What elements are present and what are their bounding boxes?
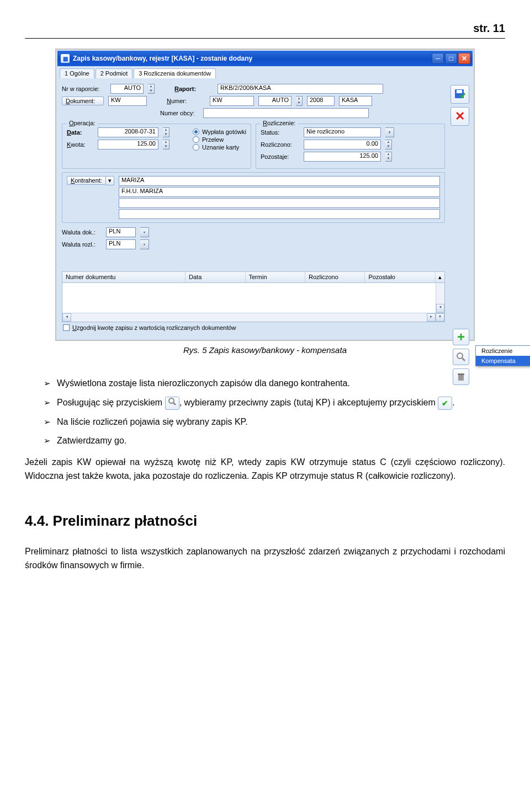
window-title: Zapis kasowy/bankowy, rejestr [KASA] - z…	[73, 55, 252, 62]
data-field[interactable]: 2008-07-31	[98, 127, 158, 137]
cancel-icon-button[interactable]: ✕	[451, 107, 469, 126]
numer-label: Numer:	[167, 98, 205, 104]
status-select[interactable]: Nie rozliczono	[304, 127, 381, 137]
kwota-label: Kwota:	[67, 141, 93, 148]
rozliczenie-group: Rozliczenie: Status: Nie rozliczono▼ Roz…	[256, 124, 445, 169]
numer-seg3[interactable]: 2008	[307, 96, 335, 106]
radio-przelew[interactable]: Przelew	[193, 136, 246, 143]
kontrahent-line2[interactable]: F.H.U. MARIZA	[119, 187, 440, 197]
rozliczono-label: Rozliczono:	[261, 141, 299, 148]
magnifier-icon	[456, 352, 466, 362]
titlebar: ▦ Zapis kasowy/bankowy, rejestr [KASA] -…	[57, 51, 473, 66]
spinner-icon[interactable]: ▲▼	[385, 140, 392, 149]
th-pozostalo[interactable]: Pozostało	[365, 272, 436, 282]
radio-uznanie[interactable]: Uznanie karty	[193, 144, 246, 151]
context-menu: Rozliczenie Kompensata	[475, 345, 530, 366]
bullet-2: Posługując się przyciskiem , wybieramy p…	[44, 396, 505, 410]
spinner-icon[interactable]: ▲▼	[163, 140, 169, 149]
th-numer-dok[interactable]: Numer dokumentu	[62, 272, 186, 282]
paragraph-2: Preliminarz płatności to lista wszystkic…	[25, 545, 505, 573]
uzgodnij-label: Uzgodnij kwotę zapisu z wartością rozlic…	[72, 324, 236, 331]
th-termin[interactable]: Termin	[246, 272, 305, 282]
numer-obcy-field[interactable]	[203, 108, 369, 118]
operacja-group: Operacja: Data: 2008-07-31▲▼ Kwota: 125.…	[62, 124, 251, 169]
operacja-legend: Operacja:	[67, 120, 98, 126]
pozostaje-field[interactable]: 125.00	[304, 152, 381, 162]
dialog-window: ▦ Zapis kasowy/bankowy, rejestr [KASA] -…	[55, 49, 475, 341]
kontrahent-button[interactable]: Kontrahent:	[67, 176, 106, 185]
bullet-4: Zatwierdzamy go.	[44, 434, 505, 448]
pozostaje-label: Pozostaje:	[261, 153, 299, 160]
rozliczenie-legend: Rozliczenie:	[261, 120, 298, 126]
numer-seg4[interactable]: KASA	[339, 96, 372, 106]
numer-seg2[interactable]: AUTO	[258, 96, 292, 106]
raport-label: Raport:	[174, 86, 213, 92]
numer-obcy-label: Numer obcy:	[160, 110, 199, 116]
tab-settlements[interactable]: 3 Rozliczenia dokumentów	[134, 68, 216, 78]
nr-raport-field[interactable]: AUTO	[110, 84, 144, 94]
vertical-scrollbar[interactable]: ▾	[436, 283, 444, 313]
floppy-check-icon	[454, 88, 466, 100]
magnifier-icon	[165, 397, 179, 410]
th-rozliczono[interactable]: Rozliczono	[305, 272, 365, 282]
search-button[interactable]	[453, 349, 469, 365]
page-number: str. 11	[25, 22, 505, 35]
kontrahent-line4[interactable]	[119, 209, 440, 219]
dokument-button[interactable]: Dokument:	[62, 97, 104, 105]
kontrahent-dropdown-button[interactable]: ▾	[105, 176, 114, 185]
radio-icon	[193, 129, 199, 135]
svg-rect-1	[457, 90, 462, 93]
add-button[interactable]: +	[453, 329, 469, 345]
horizontal-scrollbar[interactable]: ◂ ▸ ▾	[62, 313, 444, 322]
radio-wyplata[interactable]: Wypłata gotówki	[193, 129, 246, 135]
svg-rect-5	[458, 373, 464, 375]
waluta-dok-label: Waluta dok.:	[62, 229, 102, 236]
close-button[interactable]: ✕	[458, 53, 470, 64]
radio-icon	[193, 136, 199, 143]
dropdown-icon[interactable]: ▼	[385, 127, 394, 137]
numer-seg1[interactable]: KW	[210, 96, 254, 106]
th-data[interactable]: Data	[186, 272, 245, 282]
minimize-button[interactable]: ─	[432, 53, 444, 64]
bullet-1: Wyświetlona zostaje lista nierozliczonyc…	[44, 377, 505, 391]
paragraph-1: Jeżeli zapis KW opiewał na wyższą kwotę …	[25, 456, 505, 483]
kontrahent-line3[interactable]	[119, 198, 440, 208]
waluta-dok-select[interactable]: PLN	[106, 227, 136, 237]
app-icon: ▦	[61, 54, 70, 63]
bullet-3: Na liście rozliczeń pojawia się wybrany …	[44, 415, 505, 429]
uzgodnij-checkbox[interactable]	[63, 324, 70, 331]
svg-line-7	[173, 403, 176, 405]
spinner-icon[interactable]: ▲▼	[296, 96, 303, 106]
radio-icon	[193, 144, 199, 151]
menu-item-rozliczenie[interactable]: Rozliczenie	[476, 346, 530, 356]
settlements-table: Numer dokumentu Data Termin Rozliczono P…	[62, 271, 445, 322]
tab-general[interactable]: 1 Ogólne	[60, 68, 94, 78]
scroll-up-icon[interactable]: ▴	[436, 272, 444, 282]
status-label: Status:	[261, 129, 299, 136]
kontrahent-line1[interactable]: MARIZA	[119, 176, 440, 186]
svg-point-6	[169, 398, 174, 403]
nr-raport-label: Nr w raporcie:	[62, 86, 106, 92]
section-heading: 4.4. Preliminarz płatności	[25, 510, 505, 532]
tab-entity[interactable]: 2 Podmiot	[96, 68, 133, 78]
check-icon: ✔	[438, 397, 452, 410]
menu-item-kompensata[interactable]: Kompensata	[476, 356, 530, 366]
data-label: Data:	[67, 129, 93, 136]
dokument-field[interactable]: KW	[108, 96, 147, 106]
svg-line-3	[462, 358, 465, 361]
raport-field[interactable]: RKB/2/2008/KASA	[218, 84, 383, 94]
svg-point-2	[457, 353, 463, 359]
dropdown-icon[interactable]: ▾	[140, 239, 149, 249]
waluta-rozl-select[interactable]: PLN	[106, 239, 136, 249]
maximize-button[interactable]: □	[445, 53, 457, 64]
spinner-icon[interactable]: ▲▼	[163, 127, 169, 137]
spinner-icon[interactable]: ▲▼	[148, 84, 155, 94]
horizontal-rule	[25, 38, 505, 39]
table-body[interactable]	[62, 283, 436, 313]
kwota-field[interactable]: 125.00	[98, 140, 158, 149]
save-icon-button[interactable]	[451, 85, 469, 104]
waluta-rozl-label: Waluta rozl.:	[62, 241, 102, 248]
rozliczono-field[interactable]: 0.00	[304, 140, 381, 149]
spinner-icon[interactable]: ▲▼	[385, 152, 392, 162]
dropdown-icon[interactable]: ▾	[140, 227, 149, 237]
